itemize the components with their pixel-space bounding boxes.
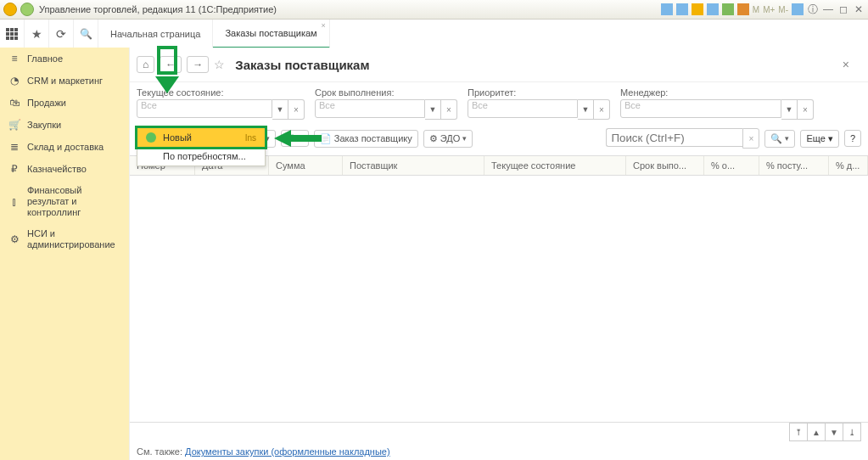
tool-icon[interactable] xyxy=(692,3,703,15)
col-pct-d[interactable]: % д... xyxy=(829,156,868,175)
sidebar-item-finance[interactable]: ⫿Финансовый результат и контроллинг xyxy=(0,180,129,223)
window-titlebar: Управление торговлей, редакция 11 (1С:Пр… xyxy=(0,0,868,20)
pie-icon: ◔ xyxy=(8,75,20,87)
tab-close-icon[interactable]: × xyxy=(321,21,325,30)
filter-deadline-dropdown[interactable]: ▼ xyxy=(425,99,441,120)
ruble-icon: ₽ xyxy=(8,163,20,175)
filter-manager-dropdown[interactable]: ▼ xyxy=(781,99,798,120)
calc-mplus[interactable]: M+ xyxy=(763,5,775,14)
top-toolbar: Начальная страница Заказы поставщикам × xyxy=(0,20,868,49)
filters-row: Текущее состояние: Все ▼ × Срок выполнен… xyxy=(130,82,868,120)
filter-deadline-clear[interactable]: × xyxy=(441,99,457,120)
history-button[interactable] xyxy=(49,20,74,48)
annotation-arrow-down xyxy=(150,46,184,97)
sidebar-item-nsi[interactable]: ⚙НСИ и администрирование xyxy=(0,223,129,255)
filter-deadline-input[interactable]: Все xyxy=(315,99,425,118)
search-button[interactable] xyxy=(74,20,98,48)
calc-mminus[interactable]: M- xyxy=(778,5,788,14)
page-title: Заказы поставщикам xyxy=(235,58,369,72)
col-supplier[interactable]: Поставщик xyxy=(343,156,484,175)
page-header: ⌂ ← → Заказы поставщикам × xyxy=(130,48,868,82)
sidebar-item-purchases[interactable]: 🛒Закупки xyxy=(0,114,129,136)
close-window-button[interactable]: ✕ xyxy=(853,3,865,15)
filter-priority-label: Приоритет: xyxy=(468,87,610,98)
filter-state-dropdown[interactable]: ▼ xyxy=(272,99,288,120)
see-also-label: См. также: xyxy=(137,446,182,457)
tab-supplier-orders[interactable]: Заказы поставщикам × xyxy=(213,20,329,48)
sidebar: ≡Главное ◔CRM и маркетинг 🛍Продажи 🛒Заку… xyxy=(0,48,130,460)
calc-icon[interactable] xyxy=(792,3,804,15)
annotation-arrow-left xyxy=(272,128,323,149)
pager-first[interactable]: ⤒ xyxy=(789,423,808,441)
filter-state-input[interactable]: Все xyxy=(137,99,272,118)
create-dropdown-menu: Новый Ins По потребностям... xyxy=(137,127,266,166)
window-title: Управление торговлей, редакция 11 (1С:Пр… xyxy=(39,4,277,14)
back-round-icon[interactable] xyxy=(20,3,34,16)
info-icon[interactable]: ⓘ xyxy=(807,3,819,15)
filter-manager-clear[interactable]: × xyxy=(798,99,814,120)
col-sum[interactable]: Сумма xyxy=(269,156,343,175)
menu-item-new[interactable]: Новый Ins xyxy=(135,126,267,149)
help-button[interactable]: ? xyxy=(844,130,861,147)
col-state[interactable]: Текущее состояние xyxy=(484,156,626,175)
col-pct-o[interactable]: % о... xyxy=(704,156,759,175)
filter-priority-dropdown[interactable]: ▼ xyxy=(578,99,594,120)
chart-icon: ⫿ xyxy=(8,196,20,208)
filter-state-clear[interactable]: × xyxy=(288,99,305,120)
sidebar-item-treasury[interactable]: ₽Казначейство xyxy=(0,158,129,180)
pager: ⤒ ▲ ▼ ⤓ xyxy=(790,423,861,441)
search-go-button[interactable]: 🔍 ▾ xyxy=(764,130,795,148)
more-button[interactable]: Еще ▾ xyxy=(800,130,838,148)
order-supplier-button[interactable]: 📄 Заказ поставщику xyxy=(314,130,418,148)
tool-icon[interactable] xyxy=(707,3,719,15)
edo-button[interactable]: ⚙ ЭДО ▾ xyxy=(423,130,473,148)
search-clear[interactable]: × xyxy=(742,128,759,149)
shortcut-ins: Ins xyxy=(245,133,256,143)
cart-icon: 🛒 xyxy=(8,119,20,131)
new-dot-icon xyxy=(146,132,156,143)
pager-down[interactable]: ▼ xyxy=(825,423,843,441)
tool-icon[interactable] xyxy=(676,3,688,15)
menu-icon: ≡ xyxy=(8,53,20,65)
sidebar-item-crm[interactable]: ◔CRM и маркетинг xyxy=(0,70,129,92)
forward-nav-button[interactable]: → xyxy=(187,56,209,73)
table-body xyxy=(130,176,868,423)
sidebar-item-sales[interactable]: 🛍Продажи xyxy=(0,92,129,114)
sidebar-item-main[interactable]: ≡Главное xyxy=(0,48,129,70)
filter-deadline-label: Срок выполнения: xyxy=(315,87,457,98)
filter-manager-label: Менеджер: xyxy=(620,87,814,98)
pager-last[interactable]: ⤓ xyxy=(843,423,861,441)
svg-marker-1 xyxy=(155,76,179,93)
favorite-star-icon[interactable] xyxy=(214,58,225,71)
app-icon-1c xyxy=(3,3,17,16)
svg-marker-2 xyxy=(274,130,322,147)
footer-link[interactable]: Документы закупки (оформленные накладные… xyxy=(185,446,390,457)
tool-icon[interactable] xyxy=(722,3,734,15)
minimize-button[interactable]: — xyxy=(822,3,834,15)
maximize-button[interactable]: ◻ xyxy=(837,3,849,15)
main-panel: ⌂ ← → Заказы поставщикам × Текущее состо… xyxy=(129,48,868,460)
gear-icon: ⚙ xyxy=(8,233,20,245)
sidebar-item-warehouse[interactable]: ≣Склад и доставка xyxy=(0,136,129,158)
col-pct-in[interactable]: % посту... xyxy=(759,156,829,175)
footer: См. также: Документы закупки (оформленны… xyxy=(137,446,861,457)
filter-priority-clear[interactable]: × xyxy=(594,99,610,120)
close-page-button[interactable]: × xyxy=(843,58,849,71)
stack-icon: ≣ xyxy=(8,141,20,153)
tool-icon[interactable] xyxy=(737,3,749,15)
svg-rect-0 xyxy=(159,48,176,73)
filter-manager-input[interactable]: Все xyxy=(620,99,781,118)
search-input[interactable] xyxy=(606,128,742,147)
favorites-button[interactable] xyxy=(25,20,49,48)
pager-up[interactable]: ▲ xyxy=(807,423,826,441)
filter-priority-input[interactable]: Все xyxy=(468,99,578,118)
titlebar-tools: M M+ M- ⓘ — ◻ ✕ xyxy=(661,3,865,15)
col-deadline[interactable]: Срок выпо... xyxy=(626,156,704,175)
tool-icon[interactable] xyxy=(661,3,673,15)
tab-start-page[interactable]: Начальная страница xyxy=(98,20,213,48)
apps-grid-button[interactable] xyxy=(0,20,25,48)
bag-icon: 🛍 xyxy=(8,97,20,109)
calc-m[interactable]: M xyxy=(753,5,759,14)
menu-item-by-need[interactable]: По потребностям... xyxy=(137,147,265,165)
